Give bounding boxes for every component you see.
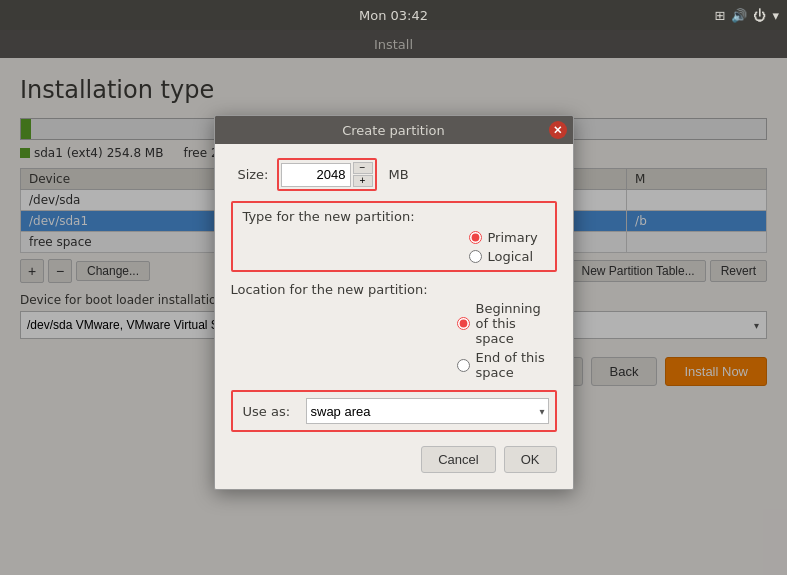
partition-type-header-row: Type for the new partition:: [243, 209, 545, 224]
size-unit: MB: [389, 167, 409, 182]
create-partition-dialog: Create partition ✕ Size: 2048 − + MB: [214, 115, 574, 490]
dialog-buttons: Cancel OK: [231, 446, 557, 477]
topbar-icons: ⊞ 🔊 ⏻ ▾: [715, 8, 779, 23]
location-header-row: Location for the new partition:: [231, 282, 557, 297]
window-chrome: Install Installation type sda1 (ext4) 25…: [0, 30, 787, 575]
end-label: End of this space: [476, 350, 557, 380]
beginning-radio[interactable]: [457, 317, 470, 330]
use-as-label: Use as:: [243, 404, 298, 419]
dialog-title: Create partition: [342, 123, 445, 138]
use-as-select[interactable]: swap area: [306, 398, 550, 424]
cancel-button[interactable]: Cancel: [421, 446, 495, 473]
size-stepper: − +: [353, 162, 373, 187]
partition-type-label: Type for the new partition:: [243, 209, 443, 224]
dialog-titlebar: Create partition ✕: [215, 116, 573, 144]
size-input-group: 2048 − +: [277, 158, 377, 191]
end-radio-row: End of this space: [231, 350, 557, 380]
topbar: Mon 03:42 ⊞ 🔊 ⏻ ▾: [0, 0, 787, 30]
network-icon[interactable]: ⊞: [715, 8, 726, 23]
primary-radio-row: Primary: [243, 230, 545, 245]
size-label: Size:: [231, 167, 269, 182]
size-row: Size: 2048 − + MB: [231, 158, 557, 191]
size-decrease-button[interactable]: −: [353, 162, 373, 174]
beginning-label: Beginning of this space: [476, 301, 557, 346]
location-label: Location for the new partition:: [231, 282, 451, 297]
beginning-radio-row: Beginning of this space: [231, 301, 557, 346]
volume-icon[interactable]: 🔊: [731, 8, 747, 23]
ok-button[interactable]: OK: [504, 446, 557, 473]
use-as-section: Use as: swap area ▾: [231, 390, 557, 432]
power-icon[interactable]: ⏻: [753, 8, 766, 23]
primary-radio[interactable]: [469, 231, 482, 244]
logical-label: Logical: [488, 249, 534, 264]
logical-radio[interactable]: [469, 250, 482, 263]
topbar-time: Mon 03:42: [359, 8, 428, 23]
modal-overlay: Create partition ✕ Size: 2048 − + MB: [0, 30, 787, 575]
dialog-close-button[interactable]: ✕: [549, 121, 567, 139]
size-input[interactable]: 2048: [281, 163, 351, 187]
partition-type-section: Type for the new partition: Primary Logi…: [231, 201, 557, 272]
end-radio[interactable]: [457, 359, 470, 372]
menu-arrow-icon[interactable]: ▾: [772, 8, 779, 23]
size-increase-button[interactable]: +: [353, 175, 373, 187]
primary-label: Primary: [488, 230, 538, 245]
logical-radio-row: Logical: [243, 249, 545, 264]
dialog-body: Size: 2048 − + MB Type for the new parti…: [215, 144, 573, 489]
